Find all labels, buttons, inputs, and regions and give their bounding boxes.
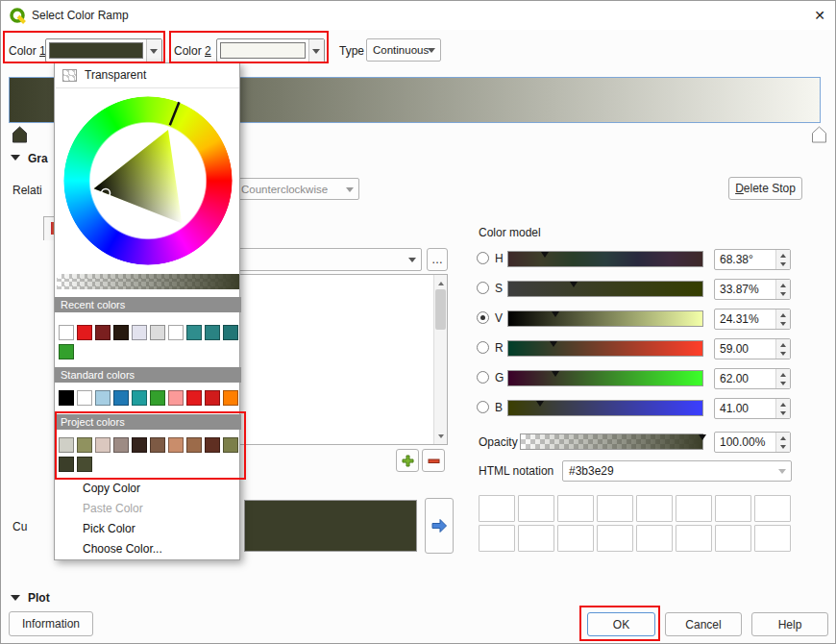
browse-button[interactable]: …	[427, 248, 448, 271]
add-stop-button[interactable]	[396, 449, 419, 472]
radio-r[interactable]	[477, 341, 489, 354]
saved-color-slot[interactable]	[715, 495, 751, 522]
color-swatch[interactable]	[113, 325, 129, 340]
saved-color-slot[interactable]	[597, 495, 633, 522]
saved-color-slot[interactable]	[557, 525, 594, 552]
close-icon[interactable]: ✕	[804, 1, 835, 30]
help-button[interactable]: Help	[751, 612, 828, 636]
color2-button[interactable]	[216, 38, 325, 62]
b-slider[interactable]	[507, 400, 703, 416]
opacity-slider[interactable]	[520, 433, 703, 450]
v-spin-arrows[interactable]	[775, 310, 790, 329]
saved-color-slot[interactable]	[676, 495, 712, 522]
b-spin-arrows[interactable]	[775, 399, 790, 418]
r-spinbox[interactable]: 59.00	[714, 338, 791, 359]
color-wheel[interactable]	[57, 89, 239, 272]
gradient-stop-marker-left[interactable]	[12, 126, 27, 143]
h-spinbox[interactable]: 68.38°	[714, 249, 791, 270]
g-slider[interactable]	[507, 370, 703, 386]
saved-color-slot[interactable]	[715, 525, 751, 552]
color-swatch[interactable]	[205, 437, 220, 453]
r-slider[interactable]	[507, 340, 703, 357]
delete-stop-button[interactable]: Delete Stop	[728, 177, 802, 200]
color2-dropdown[interactable]	[308, 39, 324, 62]
radio-h[interactable]	[477, 252, 489, 264]
menu-item-transparent[interactable]: Transparent	[57, 66, 237, 86]
color-swatch[interactable]	[150, 325, 165, 340]
s-spinbox[interactable]: 33.87%	[714, 279, 791, 300]
color-swatch[interactable]	[186, 325, 202, 340]
sv-triangle[interactable]	[57, 89, 239, 272]
color-swatch[interactable]	[132, 325, 147, 340]
saved-color-slot[interactable]	[597, 525, 633, 552]
color-swatch[interactable]	[150, 390, 165, 406]
collapse-arrow-icon[interactable]	[11, 595, 20, 606]
color-swatch[interactable]	[205, 325, 220, 340]
saved-color-slot[interactable]	[518, 525, 554, 552]
ok-button[interactable]: OK	[587, 612, 655, 636]
color-swatch[interactable]	[95, 437, 111, 453]
color-swatch[interactable]	[150, 437, 165, 453]
menu-item-pick-color[interactable]: Pick Color	[56, 519, 240, 539]
v-spinbox[interactable]: 24.31%	[714, 309, 791, 330]
color-swatch[interactable]	[77, 390, 92, 406]
menu-item-choose-color[interactable]: Choose Color...	[56, 539, 240, 559]
color-swatch[interactable]	[77, 437, 92, 453]
color-swatch[interactable]	[223, 437, 238, 453]
alpha-strip[interactable]	[57, 274, 239, 289]
s-spin-arrows[interactable]	[775, 280, 790, 299]
color-swatch[interactable]	[77, 325, 92, 340]
color-swatch[interactable]	[59, 344, 74, 359]
saved-color-slot[interactable]	[754, 495, 791, 522]
color-swatch[interactable]	[168, 325, 184, 340]
scroll-up-icon[interactable]	[434, 275, 447, 288]
information-button[interactable]: Information	[9, 611, 93, 636]
saved-color-slot[interactable]	[636, 495, 673, 522]
saved-color-slot[interactable]	[479, 495, 515, 522]
gradient-stop-marker-right[interactable]	[812, 126, 826, 143]
s-slider[interactable]	[507, 281, 703, 297]
color-swatch[interactable]	[59, 325, 74, 340]
color-swatch[interactable]	[95, 390, 111, 406]
color-swatch[interactable]	[223, 325, 238, 340]
color-swatch[interactable]	[113, 437, 129, 453]
color-swatch[interactable]	[168, 437, 184, 453]
menu-item-copy-color[interactable]: Copy Color	[56, 479, 240, 499]
g-spin-arrows[interactable]	[775, 369, 790, 388]
radio-s[interactable]	[477, 282, 489, 294]
color1-dropdown[interactable]	[146, 39, 161, 62]
v-slider[interactable]	[507, 310, 703, 327]
color-swatch[interactable]	[59, 457, 74, 472]
color-swatch[interactable]	[95, 325, 111, 340]
color1-button[interactable]	[45, 38, 162, 62]
r-spin-arrows[interactable]	[775, 339, 790, 359]
color-swatch[interactable]	[186, 437, 202, 453]
type-combobox[interactable]: Continuous	[366, 38, 441, 62]
color-swatch[interactable]	[59, 437, 74, 453]
color-swatch[interactable]	[132, 390, 147, 406]
h-spin-arrows[interactable]	[775, 250, 790, 269]
saved-color-slot[interactable]	[479, 525, 515, 552]
cancel-button[interactable]: Cancel	[665, 612, 742, 636]
radio-g[interactable]	[477, 371, 489, 384]
scrollbar[interactable]	[433, 275, 447, 444]
color-swatch[interactable]	[113, 390, 129, 406]
g-spinbox[interactable]: 62.00	[714, 368, 791, 389]
color-swatch[interactable]	[59, 390, 74, 406]
scroll-down-icon[interactable]	[434, 431, 447, 444]
collapse-arrow-icon[interactable]	[11, 155, 20, 165]
saved-color-slot[interactable]	[676, 525, 712, 552]
saved-color-slot[interactable]	[754, 525, 791, 552]
direction-combobox[interactable]: Counterclockwise	[234, 178, 359, 200]
opacity-spinbox[interactable]: 100.00%	[714, 432, 791, 453]
radio-b[interactable]	[477, 401, 489, 413]
saved-color-slot[interactable]	[518, 495, 554, 522]
scroll-thumb[interactable]	[435, 289, 446, 330]
color-swatch[interactable]	[168, 390, 184, 406]
radio-v[interactable]	[477, 311, 489, 324]
opacity-spin-arrows[interactable]	[775, 433, 790, 452]
html-notation-field[interactable]: #3b3e29	[562, 460, 792, 482]
color-swatch[interactable]	[132, 437, 147, 453]
saved-color-slot[interactable]	[557, 495, 594, 522]
h-slider[interactable]	[507, 251, 703, 267]
